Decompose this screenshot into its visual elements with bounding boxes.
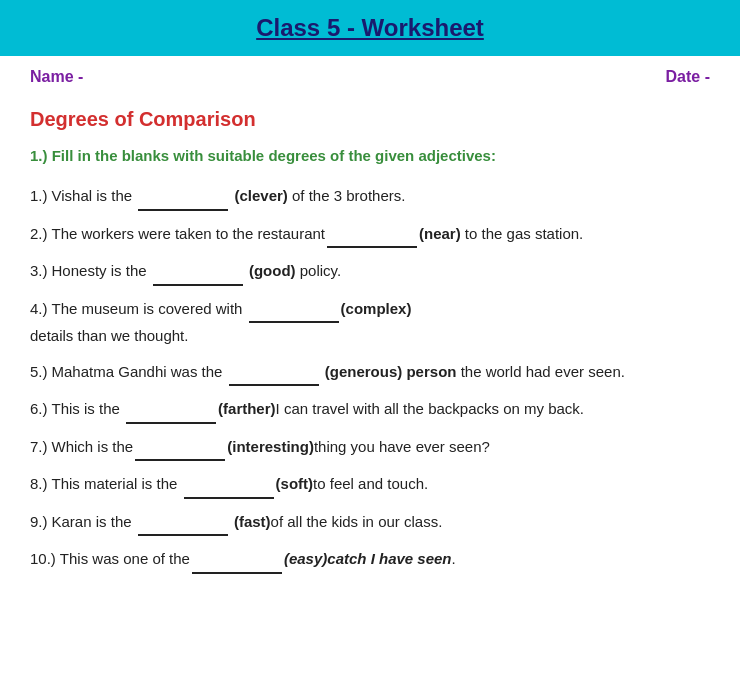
keyword: (soft): [276, 475, 314, 492]
instruction-number: 1.): [30, 147, 48, 164]
question-text: thing you have ever seen?: [314, 438, 490, 455]
question-text: to the gas station.: [461, 225, 584, 242]
question-text: of all the kids in our class.: [271, 513, 443, 530]
question-row: 3.)Honesty is the (good) policy.: [30, 253, 710, 291]
keyword: (clever): [230, 187, 288, 204]
question-row: 5.)Mahatma Gandhi was the (generous) per…: [30, 354, 710, 392]
question-text: policy.: [296, 262, 342, 279]
question-text: to feel and touch.: [313, 475, 428, 492]
keyword: (near): [419, 225, 461, 242]
keyword: (complex): [341, 300, 412, 317]
section-title: Degrees of Comparison: [0, 90, 740, 141]
answer-blank[interactable]: [138, 183, 228, 211]
keyword: (farther): [218, 400, 276, 417]
instruction: 1.) Fill in the blanks with suitable deg…: [0, 141, 740, 174]
name-label: Name -: [30, 68, 83, 86]
answer-blank[interactable]: [192, 546, 282, 574]
answer-blank[interactable]: [184, 471, 274, 499]
question-number: 3.): [30, 262, 48, 279]
keyword: (interesting): [227, 438, 314, 455]
question-text: I can travel with all the backpacks on m…: [276, 400, 584, 417]
question-number: 6.): [30, 400, 48, 417]
page-title: Class 5 - Worksheet: [256, 14, 484, 41]
question-number: 10.): [30, 550, 56, 567]
question-text: details than we thought.: [30, 327, 188, 344]
question-text: The museum is covered with: [52, 300, 247, 317]
answer-blank[interactable]: [229, 359, 319, 387]
name-date-row: Name - Date -: [0, 56, 740, 90]
question-text: Which is the: [52, 438, 134, 455]
question-number: 9.): [30, 513, 48, 530]
question-number: 2.): [30, 225, 48, 242]
question-text: Vishal is the: [52, 187, 137, 204]
answer-blank[interactable]: [327, 221, 417, 249]
question-number: 4.): [30, 300, 48, 317]
question-row: 6.)This is the (farther)I can travel wit…: [30, 391, 710, 429]
questions-area: 1.)Vishal is the (clever) of the 3 broth…: [0, 174, 740, 599]
answer-blank[interactable]: [138, 509, 228, 537]
question-number: 1.): [30, 187, 48, 204]
question-row: 2.)The workers were taken to the restaur…: [30, 216, 710, 254]
question-text: .: [452, 550, 456, 567]
question-text: Mahatma Gandhi was the: [52, 363, 227, 380]
question-text: the world had ever seen.: [456, 363, 624, 380]
question-text: The workers were taken to the restaurant: [52, 225, 325, 242]
question-text: Karan is the: [52, 513, 136, 530]
keyword: (generous) person: [321, 363, 457, 380]
keyword: (fast): [230, 513, 271, 530]
answer-blank[interactable]: [126, 396, 216, 424]
question-text: Honesty is the: [52, 262, 151, 279]
question-text: This was one of the: [60, 550, 190, 567]
question-row: 8.)This material is the (soft)to feel an…: [30, 466, 710, 504]
answer-blank[interactable]: [153, 258, 243, 286]
answer-blank[interactable]: [135, 434, 225, 462]
question-number: 8.): [30, 475, 48, 492]
date-label: Date -: [666, 68, 710, 86]
question-row: 10.)This was one of the (easy)catch I ha…: [30, 541, 710, 579]
question-text: of the 3 brothers.: [288, 187, 406, 204]
keyword: (good): [245, 262, 296, 279]
question-row: 4.)The museum is covered with (complex)d…: [30, 291, 710, 354]
keyword-bold: (easy)catch I have seen: [284, 550, 452, 567]
question-number: 5.): [30, 363, 48, 380]
header-bar: Class 5 - Worksheet: [0, 0, 740, 56]
question-number: 7.): [30, 438, 48, 455]
question-text: This is the: [52, 400, 125, 417]
instruction-text: Fill in the blanks with suitable degrees…: [52, 147, 496, 164]
answer-blank[interactable]: [249, 296, 339, 324]
question-row: 7.)Which is the (interesting)thing you h…: [30, 429, 710, 467]
question-row: 9.)Karan is the (fast)of all the kids in…: [30, 504, 710, 542]
question-text: This material is the: [52, 475, 182, 492]
question-row: 1.)Vishal is the (clever) of the 3 broth…: [30, 178, 710, 216]
